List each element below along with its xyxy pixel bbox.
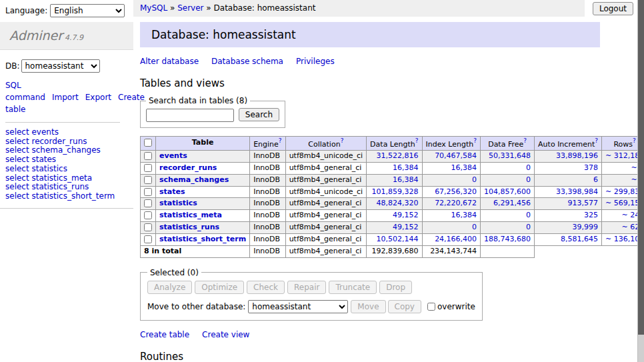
- repair-button[interactable]: Repair: [287, 281, 326, 294]
- sidebar-table-item: select events: [5, 128, 128, 137]
- row-checkbox[interactable]: [144, 199, 152, 207]
- truncate-button[interactable]: Truncate: [329, 281, 377, 294]
- row-checkbox[interactable]: [144, 211, 152, 219]
- data-length-link[interactable]: 16,384: [393, 175, 419, 184]
- move-database-select[interactable]: homeassistant: [248, 300, 348, 313]
- index-length-link[interactable]: 24,166,400: [435, 235, 477, 243]
- drop-button[interactable]: Drop: [379, 281, 412, 294]
- optimize-button[interactable]: Optimize: [195, 281, 244, 294]
- sidebar-table-link-select-events[interactable]: select events: [5, 128, 128, 137]
- auto-increment-link[interactable]: 378: [584, 163, 598, 172]
- row-checkbox[interactable]: [144, 164, 152, 172]
- table-name-link[interactable]: statistics_short_term: [159, 235, 246, 243]
- table-name-link[interactable]: statistics: [159, 199, 197, 207]
- auto-increment-link[interactable]: 6: [593, 175, 598, 184]
- total-index-length: 234,143,744: [422, 245, 481, 257]
- data-free-link[interactable]: 50,331,648: [489, 151, 531, 160]
- data-free-link[interactable]: 6,291,456: [493, 199, 531, 207]
- auto-increment-link[interactable]: 8,581,645: [561, 235, 598, 243]
- row-checkbox[interactable]: [144, 223, 152, 231]
- auto-increment-link[interactable]: 39,999: [573, 223, 599, 231]
- sidebar-table-link-select-statistics-short-term[interactable]: select statistics_short_term: [5, 192, 128, 201]
- help-link[interactable]: ?: [415, 139, 419, 148]
- table-name-link[interactable]: events: [159, 151, 187, 160]
- auto-increment-link[interactable]: 913,577: [568, 199, 599, 207]
- db-select[interactable]: homeassistant: [21, 59, 100, 73]
- data-length-link[interactable]: 49,152: [393, 223, 419, 231]
- index-length-link[interactable]: 16,384: [451, 211, 477, 219]
- help-link[interactable]: ?: [633, 139, 636, 148]
- data-length-link[interactable]: 16,384: [393, 163, 419, 172]
- logout-button[interactable]: Logout: [593, 2, 633, 15]
- sidebar-table-link-select-schema-changes[interactable]: select schema_changes: [5, 146, 128, 155]
- scrollbar[interactable]: [637, 0, 644, 362]
- data-free-link[interactable]: 0: [526, 223, 531, 231]
- table-name-link[interactable]: schema_changes: [159, 175, 229, 184]
- table-name-link[interactable]: statistics_meta: [159, 211, 222, 219]
- language-select[interactable]: English: [50, 4, 125, 17]
- table-row-statistics: statisticsInnoDButf8mb4_general_ci48,824…: [141, 198, 644, 210]
- index-length-link[interactable]: 67,256,320: [435, 187, 477, 196]
- help-link[interactable]: ?: [341, 139, 344, 148]
- row-checkbox[interactable]: [144, 188, 152, 196]
- select-all-cell: [141, 136, 156, 151]
- move-button[interactable]: Move: [351, 300, 385, 313]
- data-free-link[interactable]: 0: [526, 163, 531, 172]
- copy-button[interactable]: Copy: [388, 300, 421, 313]
- table-row-statistics-meta: statistics_metaInnoDButf8mb4_general_ci4…: [141, 210, 644, 222]
- create-link-create-view[interactable]: Create view: [202, 330, 249, 339]
- data-free-link[interactable]: 104,857,600: [484, 187, 531, 196]
- select-all-checkbox[interactable]: [144, 139, 152, 147]
- table-name-link[interactable]: states: [159, 187, 185, 196]
- action-link-alter-database[interactable]: Alter database: [140, 57, 199, 66]
- action-link-privileges[interactable]: Privileges: [296, 57, 335, 66]
- help-link[interactable]: ?: [473, 139, 477, 148]
- auto-increment-link[interactable]: 33,898,196: [556, 151, 598, 160]
- overwrite-checkbox[interactable]: [427, 303, 435, 311]
- auto-increment-cell: 913,577: [535, 198, 602, 210]
- breadcrumb-link-server[interactable]: Server: [177, 3, 203, 13]
- sidebar-table-link-select-statistics-runs[interactable]: select statistics_runs: [5, 183, 128, 191]
- data-length-link[interactable]: 48,824,320: [377, 199, 419, 207]
- row-checkbox[interactable]: [144, 176, 152, 184]
- table-name-link[interactable]: statistics_runs: [159, 223, 219, 231]
- index-length-link[interactable]: 0: [472, 175, 477, 184]
- check-button[interactable]: Check: [247, 281, 285, 294]
- search-input[interactable]: [146, 109, 234, 122]
- sidebar-table-link-select-statistics-meta[interactable]: select statistics_meta: [5, 174, 128, 183]
- scrollbar-thumb[interactable]: [638, 0, 644, 335]
- index-length-link[interactable]: 72,220,672: [435, 199, 477, 207]
- data-free-link[interactable]: 0: [526, 175, 531, 184]
- data-free-link[interactable]: 0: [526, 211, 531, 219]
- help-link[interactable]: ?: [279, 139, 282, 148]
- table-name-cell: schema_changes: [156, 174, 250, 186]
- auto-increment-link[interactable]: 325: [584, 211, 598, 219]
- sidebar-table-item: select statistics_meta: [5, 174, 128, 183]
- analyze-button[interactable]: Analyze: [147, 281, 192, 294]
- index-length-link[interactable]: 16,384: [451, 163, 477, 172]
- sidebar-link-export[interactable]: Export: [85, 93, 111, 102]
- sidebar-link-import[interactable]: Import: [52, 93, 79, 102]
- sidebar-table-link-select-states[interactable]: select states: [5, 155, 128, 164]
- data-length-link[interactable]: 10,502,144: [377, 235, 419, 243]
- data-length-link[interactable]: 101,859,328: [372, 187, 419, 196]
- sidebar-table-link-select-statistics[interactable]: select statistics: [5, 165, 128, 173]
- data-length-link[interactable]: 49,152: [393, 211, 419, 219]
- index-length-link[interactable]: 70,467,584: [435, 151, 477, 160]
- help-link[interactable]: ?: [523, 139, 527, 148]
- index-length-link[interactable]: 0: [472, 223, 477, 231]
- search-button[interactable]: Search: [239, 108, 279, 121]
- data-length-link[interactable]: 31,522,816: [377, 151, 419, 160]
- data-free-link[interactable]: 188,743,680: [484, 235, 531, 243]
- auto-increment-link[interactable]: 33,398,984: [556, 187, 598, 196]
- action-link-database-schema[interactable]: Database schema: [211, 57, 283, 66]
- create-link-create-table[interactable]: Create table: [140, 330, 189, 339]
- row-checkbox[interactable]: [144, 152, 152, 160]
- row-checkbox[interactable]: [144, 235, 152, 243]
- breadcrumb-link-mysql[interactable]: MySQL: [140, 3, 167, 13]
- sidebar-link-sql-command[interactable]: SQL command: [5, 81, 45, 102]
- sidebar-table-link-select-recorder-runs[interactable]: select recorder_runs: [5, 137, 128, 146]
- help-link[interactable]: ?: [595, 139, 598, 148]
- collation-cell: utf8mb4_general_ci: [285, 162, 366, 174]
- table-name-link[interactable]: recorder_runs: [159, 163, 217, 172]
